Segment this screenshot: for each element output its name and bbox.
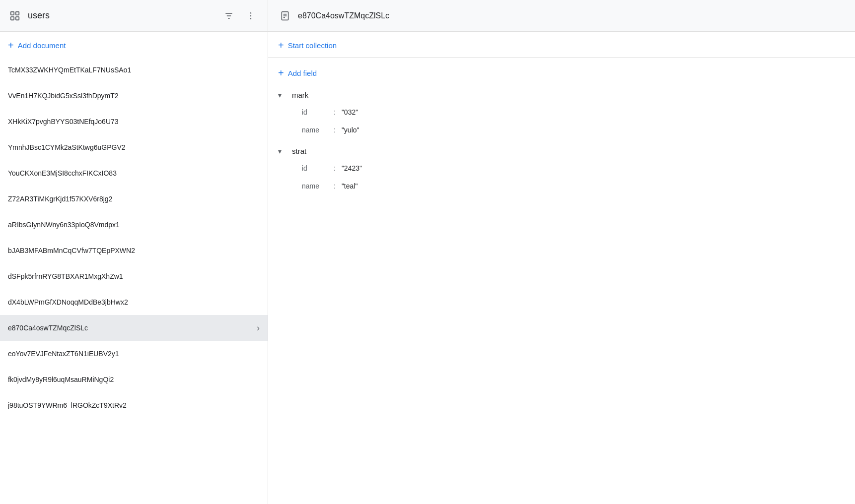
chevron-right-icon: ›	[257, 323, 260, 333]
list-item-text: bJAB3MFABmMnCqCVfw7TQEpPXWN2	[8, 247, 260, 254]
list-item[interactable]: j98tuOST9YWRm6_lRGOkZcT9XtRv2	[0, 392, 268, 418]
list-item[interactable]: aRIbsGIynNWny6n33pIoQ8Vmdpx1	[0, 212, 268, 238]
field-name-label: mark	[292, 91, 308, 99]
list-item-text: dSFpk5rfrnRYG8TBXAR1MxgXhZw1	[8, 272, 260, 280]
document-list: TcMX33ZWKHYQmEtTKaLF7NUsSAo1VvEn1H7KQJbi…	[0, 57, 268, 504]
svg-rect-3	[16, 16, 19, 19]
header-actions	[220, 7, 260, 25]
field-entry-value: "2423"	[342, 164, 362, 172]
field-entry-key: id	[302, 108, 332, 116]
field-section-header[interactable]: ▾mark	[278, 87, 845, 103]
field-entry-separator: :	[334, 126, 336, 134]
list-item[interactable]: fk0jvdMy8yR9l6uqMsauRMiNgQi2	[0, 367, 268, 392]
list-item[interactable]: YouCKXonE3MjSI8cchxFIKCxIO83	[0, 160, 268, 186]
list-item-text: eoYov7EVJFeNtaxZT6N1iEUBV2y1	[8, 350, 260, 358]
field-entry-key: name	[302, 182, 332, 190]
list-item[interactable]: e870Ca4oswTZMqcZlSLc›	[0, 315, 268, 341]
field-entries: id:"2423"name:"teal"	[278, 159, 845, 195]
add-document-plus-icon: +	[8, 40, 14, 51]
field-entry: name:"teal"	[302, 177, 845, 195]
field-entry-key: name	[302, 126, 332, 134]
list-item-text: j98tuOST9YWRm6_lRGOkZcT9XtRv2	[8, 401, 260, 409]
list-item-text: fk0jvdMy8yR9l6uqMsauRMiNgQi2	[8, 376, 260, 383]
field-entry-value: "yulo"	[342, 126, 359, 134]
more-options-button[interactable]	[242, 7, 260, 25]
left-panel: + Add document TcMX33ZWKHYQmEtTKaLF7NUsS…	[0, 32, 268, 504]
list-item[interactable]: YmnhJBsc1CYMk2aStKtwg6uGPGV2	[0, 134, 268, 160]
field-section: ▾markid:"032"name:"yulo"	[278, 87, 845, 139]
svg-rect-0	[11, 11, 14, 14]
right-panel-header: e870Ca4oswTZMqcZlSLc	[268, 0, 855, 31]
svg-rect-1	[16, 11, 19, 14]
chevron-down-icon: ▾	[278, 91, 288, 99]
field-entry-separator: :	[334, 182, 336, 190]
add-field-label: Add field	[288, 69, 317, 77]
list-item[interactable]: VvEn1H7KQJbidG5xSsl3fhDpymT2	[0, 83, 268, 109]
list-item-text: TcMX33ZWKHYQmEtTKaLF7NUsSAo1	[8, 66, 260, 74]
add-document-label: Add document	[18, 41, 66, 50]
list-item[interactable]: Z72AR3TiMKgrKjd1f57KXV6r8jg2	[0, 186, 268, 212]
list-item-text: e870Ca4oswTZMqcZlSLc	[8, 324, 257, 332]
start-collection-plus-icon: +	[278, 40, 284, 51]
filter-button[interactable]	[220, 7, 238, 25]
field-entry: name:"yulo"	[302, 121, 845, 139]
list-item[interactable]: eoYov7EVJFeNtaxZT6N1iEUBV2y1	[0, 341, 268, 367]
field-entry-separator: :	[334, 164, 336, 172]
field-entry-separator: :	[334, 108, 336, 116]
list-item-text: VvEn1H7KQJbidG5xSsl3fhDpymT2	[8, 92, 260, 100]
field-entries: id:"032"name:"yulo"	[278, 103, 845, 139]
list-item[interactable]: XHkKiX7pvghBYYS03tNEfqJo6U73	[0, 109, 268, 134]
list-item[interactable]: dX4bLWPmGfXDNoqqMDdBe3jbHwx2	[0, 289, 268, 315]
left-panel-header: users	[0, 0, 268, 31]
start-collection-button[interactable]: + Start collection	[278, 40, 337, 51]
start-collection-label: Start collection	[288, 41, 337, 50]
field-section: ▾stratid:"2423"name:"teal"	[278, 143, 845, 195]
list-item-text: YouCKXonE3MjSI8cchxFIKCxIO83	[8, 169, 260, 177]
add-document-button[interactable]: + Add document	[0, 32, 268, 57]
document-fields: + Add field ▾markid:"032"name:"yulo"▾str…	[268, 58, 855, 504]
fields-container: ▾markid:"032"name:"yulo"▾stratid:"2423"n…	[278, 87, 845, 195]
right-panel: + Start collection + Add field ▾markid:"…	[268, 32, 855, 504]
field-entry-key: id	[302, 164, 332, 172]
field-entry: id:"2423"	[302, 159, 845, 177]
list-item-text: dX4bLWPmGfXDNoqqMDdBe3jbHwx2	[8, 298, 260, 306]
document-icon	[278, 9, 292, 23]
list-item-text: aRIbsGIynNWny6n33pIoQ8Vmdpx1	[8, 221, 260, 229]
svg-point-8	[250, 15, 252, 16]
chevron-down-icon: ▾	[278, 147, 288, 155]
field-entry-value: "teal"	[342, 182, 358, 190]
svg-point-9	[250, 18, 252, 19]
start-collection-row: + Start collection	[268, 32, 855, 58]
list-item[interactable]: bJAB3MFABmMnCqCVfw7TQEpPXWN2	[0, 238, 268, 263]
collection-title: users	[28, 10, 214, 21]
svg-rect-2	[11, 16, 14, 19]
main-content: + Add document TcMX33ZWKHYQmEtTKaLF7NUsS…	[0, 32, 855, 504]
top-header: users	[0, 0, 855, 32]
collection-icon	[8, 9, 22, 23]
list-item-text: YmnhJBsc1CYMk2aStKtwg6uGPGV2	[8, 143, 260, 151]
add-field-plus-icon: +	[278, 67, 284, 79]
list-item-text: XHkKiX7pvghBYYS03tNEfqJo6U73	[8, 118, 260, 126]
field-name-label: strat	[292, 147, 306, 155]
add-field-button[interactable]: + Add field	[278, 63, 317, 87]
document-title: e870Ca4oswTZMqcZlSLc	[298, 11, 389, 20]
field-section-header[interactable]: ▾strat	[278, 143, 845, 159]
svg-point-7	[250, 12, 252, 13]
field-entry: id:"032"	[302, 103, 845, 121]
list-item[interactable]: TcMX33ZWKHYQmEtTKaLF7NUsSAo1	[0, 57, 268, 83]
list-item-text: Z72AR3TiMKgrKjd1f57KXV6r8jg2	[8, 195, 260, 203]
field-entry-value: "032"	[342, 108, 358, 116]
list-item[interactable]: dSFpk5rfrnRYG8TBXAR1MxgXhZw1	[0, 263, 268, 289]
